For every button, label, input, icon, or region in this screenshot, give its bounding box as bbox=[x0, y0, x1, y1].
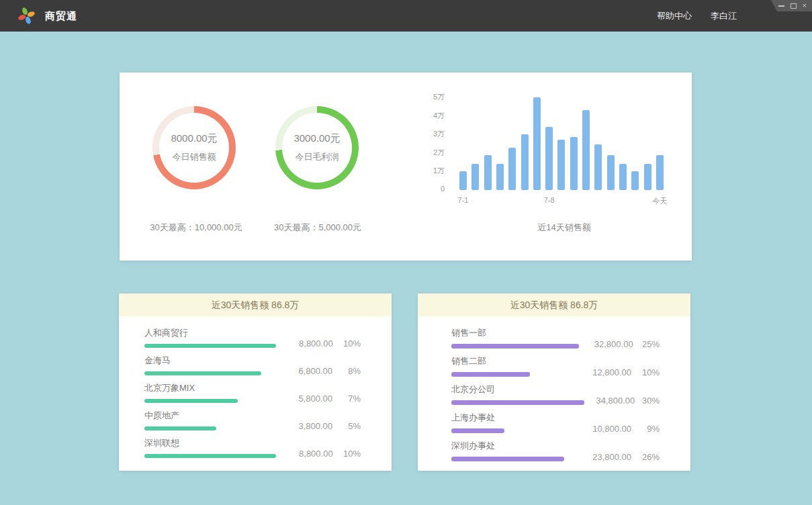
rank-row-bar bbox=[451, 344, 579, 349]
summary-card: 8000.00元 今日销售额 3000.00元 今日毛利润 30天最高：10,0… bbox=[120, 73, 692, 261]
chart-bar bbox=[484, 155, 492, 190]
rank-row-label: 深圳联想 bbox=[144, 437, 276, 449]
rank-row-label: 中原地产 bbox=[144, 410, 275, 422]
app-logo-icon bbox=[17, 7, 36, 25]
help-center-link[interactable]: 帮助中心 bbox=[657, 10, 692, 22]
rank-row-amount: 10,800.00 bbox=[574, 424, 631, 434]
minimize-icon[interactable] bbox=[778, 5, 784, 7]
rank-row-bar bbox=[451, 400, 584, 405]
rank-row-label: 销售二部 bbox=[451, 355, 574, 367]
rank-row-bar bbox=[451, 372, 530, 377]
rank-row-percent: 8% bbox=[332, 366, 361, 376]
y-tick-label: 5万 bbox=[412, 92, 445, 102]
app-title: 商贸通 bbox=[45, 0, 77, 32]
rank-row: 上海办事处10,800.009% bbox=[451, 412, 660, 433]
rank-row: 中原地产3,800.005% bbox=[144, 410, 361, 430]
chart-bar bbox=[582, 110, 590, 190]
rank-row-amount: 8,800.00 bbox=[276, 338, 333, 349]
chart-bars bbox=[459, 86, 669, 190]
rank-row: 销售一部32,800.0025% bbox=[451, 327, 660, 349]
rank-row-percent: 5% bbox=[332, 421, 361, 431]
rank-row-amount: 12,800.00 bbox=[574, 367, 631, 377]
chart-bar bbox=[496, 164, 504, 190]
rank-row-percent: 30% bbox=[635, 396, 660, 406]
x-tick-label: 7-8 bbox=[544, 196, 555, 204]
chart-bar bbox=[619, 164, 627, 190]
chart-bar bbox=[508, 148, 516, 190]
maximize-icon[interactable] bbox=[791, 3, 797, 9]
x-tick-label: 今天 bbox=[652, 196, 667, 206]
department-rank-header: 近30天销售额 86.8万 bbox=[418, 293, 690, 316]
rank-row-percent: 26% bbox=[631, 452, 660, 462]
chart-bar bbox=[570, 137, 578, 190]
rank-row-label: 北京万象MIX bbox=[144, 382, 275, 394]
chart-bar bbox=[557, 140, 565, 190]
close-icon[interactable]: × bbox=[803, 2, 807, 9]
rank-row-percent: 10% bbox=[333, 338, 361, 349]
rank-row-bar bbox=[451, 428, 504, 433]
chart-bar bbox=[521, 134, 529, 190]
rank-row-left: 北京万象MIX bbox=[144, 382, 275, 403]
customer-rank-list: 人和商贸行8,800.0010%金海马6,800.008%北京万象MIX5,80… bbox=[119, 316, 392, 458]
rank-row-bar bbox=[144, 454, 276, 458]
sales-bar-chart: 01万2万3万4万5万 7-17-8今天 近14天销售额 bbox=[120, 73, 692, 261]
rank-row-left: 金海马 bbox=[144, 355, 275, 375]
rank-row: 深圳联想8,800.0010% bbox=[144, 437, 361, 458]
chart-bar bbox=[631, 171, 639, 190]
customer-rank-card: 近30天销售额 86.8万 人和商贸行8,800.0010%金海马6,800.0… bbox=[119, 293, 392, 471]
rank-row-bar bbox=[144, 426, 216, 430]
rank-row-bar bbox=[144, 399, 238, 403]
chart-bar bbox=[594, 144, 602, 190]
rank-row-amount: 6,800.00 bbox=[275, 366, 332, 376]
rank-row-left: 北京分公司 bbox=[451, 383, 584, 405]
rank-row-amount: 34,800.00 bbox=[584, 396, 635, 406]
chart-bar bbox=[471, 164, 479, 190]
y-tick-label: 2万 bbox=[412, 148, 445, 158]
rank-row: 销售二部12,800.0010% bbox=[451, 355, 660, 377]
rank-row: 人和商贸行8,800.0010% bbox=[144, 327, 361, 348]
rank-row-percent: 7% bbox=[332, 394, 361, 404]
rank-row-label: 人和商贸行 bbox=[144, 327, 276, 339]
rank-row-label: 销售一部 bbox=[451, 327, 579, 339]
department-rank-card: 近30天销售额 86.8万 销售一部32,800.0025%销售二部12,800… bbox=[418, 293, 690, 471]
rank-row-left: 上海办事处 bbox=[451, 412, 574, 433]
chart-bar bbox=[656, 155, 664, 190]
rank-row-left: 深圳联想 bbox=[144, 437, 276, 458]
window-controls: × bbox=[769, 0, 812, 11]
rank-row-left: 中原地产 bbox=[144, 410, 275, 430]
rank-row-percent: 25% bbox=[633, 339, 660, 349]
rank-row-amount: 3,800.00 bbox=[275, 421, 332, 431]
rank-row-left: 深圳办事处 bbox=[451, 440, 574, 461]
rank-row-left: 销售二部 bbox=[451, 355, 574, 377]
rank-row-label: 北京分公司 bbox=[451, 383, 584, 396]
customer-rank-header: 近30天销售额 86.8万 bbox=[119, 293, 392, 316]
chart-bar bbox=[644, 164, 651, 190]
rank-row-label: 深圳办事处 bbox=[451, 440, 574, 452]
chart-caption: 近14天销售额 bbox=[459, 222, 669, 234]
rank-row-amount: 23,800.00 bbox=[574, 452, 631, 462]
chart-bar bbox=[533, 97, 541, 190]
x-tick-label: 7-1 bbox=[458, 196, 469, 204]
y-tick-label: 0 bbox=[412, 185, 445, 193]
y-tick-label: 4万 bbox=[412, 111, 445, 121]
rank-row-percent: 9% bbox=[631, 424, 660, 434]
chart-bar bbox=[459, 171, 467, 190]
rank-row-amount: 5,800.00 bbox=[275, 394, 332, 404]
y-tick-label: 1万 bbox=[412, 166, 445, 176]
rank-row: 深圳办事处23,800.0026% bbox=[451, 440, 660, 461]
rank-row-left: 销售一部 bbox=[451, 327, 579, 349]
rank-row-bar bbox=[144, 371, 261, 375]
rank-row: 北京万象MIX5,800.007% bbox=[144, 382, 361, 403]
rank-row-bar bbox=[144, 344, 276, 348]
chart-bar bbox=[607, 155, 615, 190]
rank-row-amount: 32,800.00 bbox=[579, 339, 633, 349]
rank-row-amount: 8,800.00 bbox=[276, 449, 333, 459]
department-rank-list: 销售一部32,800.0025%销售二部12,800.0010%北京分公司34,… bbox=[418, 316, 690, 461]
rank-row-label: 上海办事处 bbox=[451, 412, 574, 424]
user-menu[interactable]: 李白江 bbox=[711, 10, 737, 22]
rank-row: 金海马6,800.008% bbox=[144, 355, 361, 375]
titlebar: 商贸通 帮助中心 李白江 × bbox=[0, 0, 812, 32]
rank-row-label: 金海马 bbox=[144, 355, 275, 367]
rank-row: 北京分公司34,800.0030% bbox=[451, 383, 660, 405]
y-tick-label: 3万 bbox=[412, 129, 445, 139]
